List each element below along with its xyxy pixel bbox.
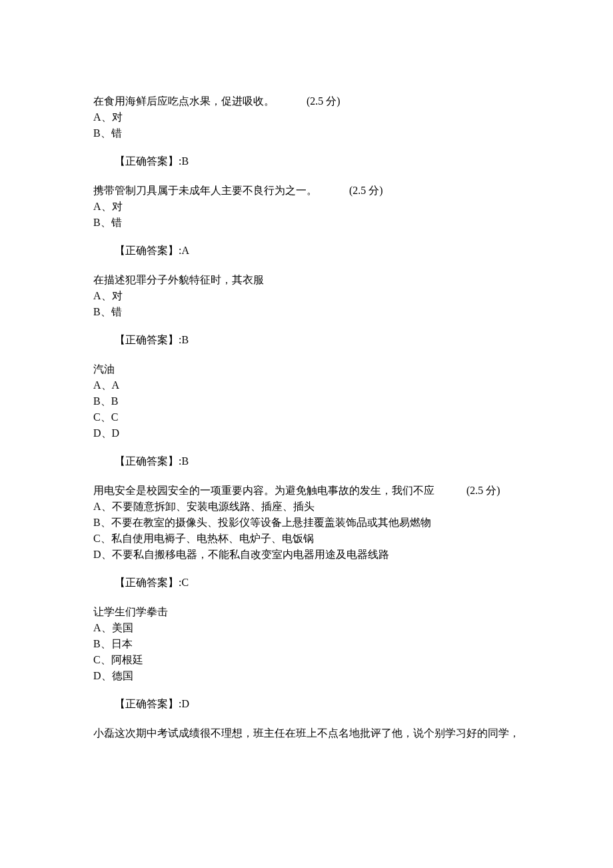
option-b: B、不要在教室的摄像头、投影仪等设备上悬挂覆盖装饰品或其他易燃物: [93, 515, 520, 531]
question-block: 在食用海鲜后应吃点水果，促进吸收。 (2.5 分) A、对 B、错 【正确答案】…: [93, 93, 520, 169]
option-a: A、A: [93, 377, 520, 393]
option-c: C、私自使用电褥子、电热杯、电炉子、电饭锅: [93, 531, 520, 547]
document-page: 在食用海鲜后应吃点水果，促进吸收。 (2.5 分) A、对 B、错 【正确答案】…: [0, 0, 613, 868]
question-block: 汽油 A、A B、B C、C D、D 【正确答案】:B: [93, 361, 520, 469]
question-text: 让学生们学拳击: [93, 604, 168, 620]
correct-answer: 【正确答案】:B: [115, 453, 520, 469]
question-block: 携带管制刀具属于未成年人主要不良行为之一。 (2.5 分) A、对 B、错 【正…: [93, 183, 520, 259]
question-row: 在食用海鲜后应吃点水果，促进吸收。 (2.5 分): [93, 93, 520, 109]
question-text: 用电安全是校园安全的一项重要内容。为避免触电事故的发生，我们不应: [93, 483, 434, 499]
option-a: A、对: [93, 109, 520, 125]
question-block: 在描述犯罪分子外貌特征时，其衣服 A、对 B、错 【正确答案】:B: [93, 272, 520, 348]
option-a: A、对: [93, 288, 520, 304]
correct-answer: 【正确答案】:D: [115, 696, 520, 712]
option-c: C、C: [93, 409, 520, 425]
question-block: 让学生们学拳击 A、美国 B、日本 C、阿根廷 D、德国 【正确答案】:D: [93, 604, 520, 712]
question-text: 在食用海鲜后应吃点水果，促进吸收。: [93, 93, 275, 109]
option-a: A、美国: [93, 620, 520, 636]
correct-answer: 【正确答案】:B: [115, 153, 520, 169]
option-b: B、日本: [93, 636, 520, 652]
option-d: D、D: [93, 425, 520, 441]
question-points: (2.5 分): [306, 93, 340, 109]
correct-answer: 【正确答案】:B: [115, 332, 520, 348]
question-text: 汽油: [93, 361, 115, 377]
option-b: B、错: [93, 125, 520, 141]
option-b: B、B: [93, 393, 520, 409]
option-c: C、阿根廷: [93, 652, 520, 668]
correct-answer: 【正确答案】:A: [115, 243, 520, 259]
option-b: B、错: [93, 304, 520, 320]
option-a: A、不要随意拆卸、安装电源线路、插座、插头: [93, 499, 520, 515]
question-text: 在描述犯罪分子外貌特征时，其衣服: [93, 272, 264, 288]
question-block: 用电安全是校园安全的一项重要内容。为避免触电事故的发生，我们不应 (2.5 分)…: [93, 483, 520, 591]
question-row: 携带管制刀具属于未成年人主要不良行为之一。 (2.5 分): [93, 183, 520, 199]
option-a: A、对: [93, 199, 520, 215]
question-text: 携带管制刀具属于未成年人主要不良行为之一。: [93, 183, 317, 199]
option-d: D、德国: [93, 668, 520, 684]
question-points: (2.5 分): [466, 483, 500, 499]
option-b: B、错: [93, 215, 520, 231]
question-row: 让学生们学拳击: [93, 604, 520, 620]
option-d: D、不要私自搬移电器，不能私自改变室内电器用途及电器线路: [93, 547, 520, 563]
question-points: (2.5 分): [349, 183, 383, 199]
question-row: 汽油: [93, 361, 520, 377]
question-row: 在描述犯罪分子外貌特征时，其衣服: [93, 272, 520, 288]
correct-answer: 【正确答案】:C: [115, 575, 520, 591]
question-row: 用电安全是校园安全的一项重要内容。为避免触电事故的发生，我们不应 (2.5 分): [93, 483, 520, 499]
continuation-text: 小磊这次期中考试成绩很不理想，班主任在班上不点名地批评了他，说个别学习好的同学，: [93, 725, 520, 741]
